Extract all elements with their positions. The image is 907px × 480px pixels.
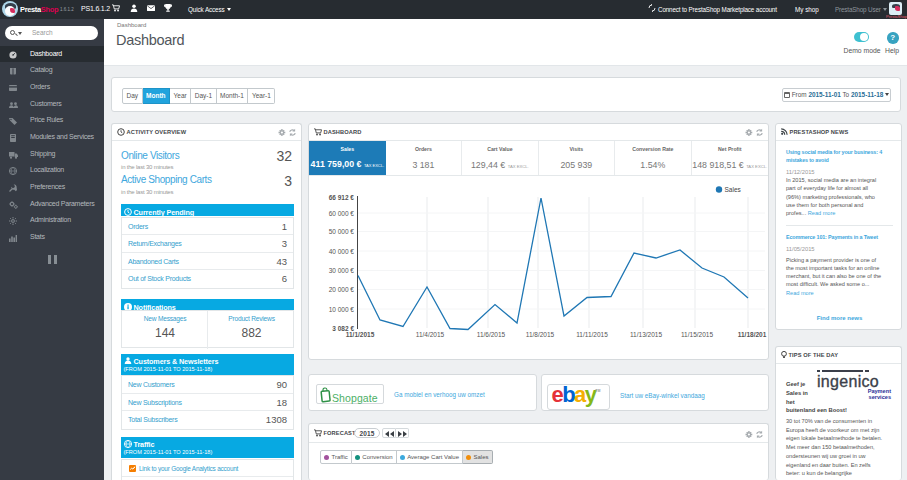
svg-text:11/4/2015: 11/4/2015 [416, 331, 445, 338]
svg-text:11/6/2015: 11/6/2015 [477, 331, 506, 338]
svg-text:66 912 €: 66 912 € [329, 194, 355, 201]
svg-text:10 000 €: 10 000 € [329, 306, 355, 313]
svg-text:60 000 €: 60 000 € [329, 210, 355, 217]
svg-text:Sales: Sales [725, 186, 742, 193]
svg-text:11/11/2015: 11/11/2015 [576, 331, 608, 338]
svg-text:11/8/2015: 11/8/2015 [526, 331, 555, 338]
svg-text:20 000 €: 20 000 € [329, 286, 355, 293]
svg-text:11/1/2015: 11/1/2015 [346, 331, 375, 338]
svg-text:50 000 €: 50 000 € [329, 228, 355, 235]
svg-text:30 000 €: 30 000 € [329, 267, 355, 274]
svg-text:40 000 €: 40 000 € [329, 248, 355, 255]
svg-text:11/18/201: 11/18/201 [738, 331, 767, 338]
svg-text:11/15/2015: 11/15/2015 [681, 331, 713, 338]
svg-text:11/13/2015: 11/13/2015 [630, 331, 662, 338]
